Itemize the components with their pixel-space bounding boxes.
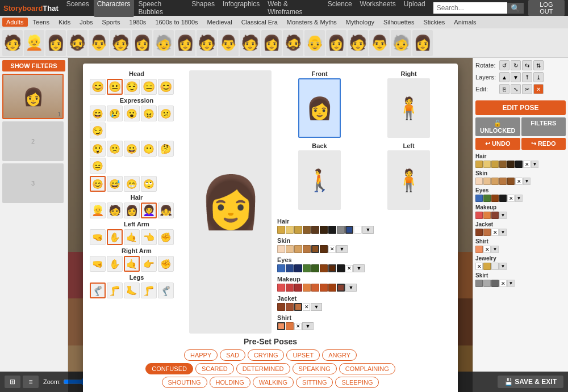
eyes-s6[interactable] [320,264,328,272]
rp-hair-s5[interactable] [507,161,515,168]
skin-s3[interactable] [294,245,302,253]
leg-2[interactable]: 🦵 [107,283,123,298]
makeup-dropdown[interactable]: ▼ [345,284,357,292]
rp-shirt-s1[interactable] [475,246,483,253]
pose-tag-happy[interactable]: HAPPY [184,349,218,361]
pose-tag-angry[interactable]: ANGRY [322,349,357,361]
expr-9[interactable]: 😀 [124,141,140,157]
jacket-x[interactable]: ✕ [303,304,310,311]
char-figure-9[interactable]: 👩 [175,30,195,56]
pose-tag-sad[interactable]: SAD [220,349,245,361]
pose-tag-determined[interactable]: DETERMINED [236,363,290,374]
char-figure-13[interactable]: 👩 [261,30,282,56]
hair-swatch-2[interactable] [286,226,294,234]
tab-animals[interactable]: Animals [450,18,480,27]
jacket-dropdown[interactable]: ▼ [311,303,322,311]
rp-hair-x[interactable]: ✕ [523,161,531,168]
save-exit-button[interactable]: 💾 SAVE & EXIT [498,376,563,388]
hair-dropdown[interactable]: ▼ [362,226,374,234]
char-figure-18[interactable]: 👨 [369,30,390,56]
makeup-s6[interactable] [320,284,328,292]
tab-1980s[interactable]: 1980s [125,18,150,27]
pose-tag-walking[interactable]: WALKING [253,377,294,388]
hair-4[interactable]: 👩‍🦱 [141,203,157,218]
makeup-s7[interactable] [328,284,336,292]
char-figure-16[interactable]: 👩 [326,30,346,56]
rp-skin-s3[interactable] [491,178,499,185]
makeup-s4[interactable] [303,284,311,292]
rp-skin-s1[interactable] [475,178,483,185]
expr-12[interactable]: 😑 [90,158,106,174]
layer-up-icon[interactable]: ▲ [499,72,509,82]
rp-skirt-s3[interactable] [491,280,499,287]
filters-button[interactable]: FILTERS [521,117,566,136]
expr-16[interactable]: 🙄 [141,176,157,192]
layer-front-icon[interactable]: ⤒ [522,72,532,82]
larm-5[interactable]: ✊ [158,229,174,245]
leg-5[interactable]: 🦿 [158,283,174,298]
search-button[interactable]: 🔍 [507,3,524,14]
back-pose-box[interactable]: 🚶 [298,150,341,210]
tab-medieval[interactable]: Medieval [203,18,236,27]
rp-skin-s4[interactable] [499,178,507,185]
tab-teens[interactable]: Teens [29,18,53,27]
tab-mythology[interactable]: Mythology [342,18,378,27]
cut-icon[interactable]: ✂ [522,84,532,94]
char-figure-8[interactable]: 🧓 [153,30,174,56]
leg-3[interactable]: 🦶 [124,283,140,298]
scene-panel-2[interactable]: 2 [2,121,64,161]
hair-2[interactable]: 🧑 [107,203,123,218]
skin-x[interactable]: ✕ [328,246,336,253]
tab-jobs[interactable]: Jobs [76,18,97,27]
head-part-4[interactable]: 😑 [141,79,157,95]
expr-3[interactable]: 😮 [124,106,140,121]
larm-2[interactable]: ✋ [107,229,123,245]
shirt-dropdown[interactable]: ▼ [302,322,314,330]
redo-button[interactable]: ↪ REDO [521,138,566,150]
left-pose-box[interactable]: 🧍 [387,150,430,210]
skin-s4[interactable] [303,245,311,253]
rp-jacket-dropdown[interactable]: ▼ [499,229,507,236]
rp-makeup-dropdown[interactable]: ▼ [499,212,507,219]
pose-tag-upset[interactable]: UPSET [286,349,320,361]
nav-science[interactable]: Science [324,0,356,17]
jacket-s1[interactable] [277,303,285,311]
expr-14[interactable]: 😅 [107,176,123,192]
rp-skin-s2[interactable] [483,178,491,185]
rp-hair-s3[interactable] [491,161,499,168]
char-figure-1[interactable]: 🧑 [2,30,23,56]
rp-jewelry-dropdown[interactable]: ▼ [499,263,507,270]
show-filters-button[interactable]: SHOW FILTERS [2,60,65,71]
char-figure-5[interactable]: 👨 [89,30,109,56]
shirt-x[interactable]: ✕ [294,323,302,330]
skin-dropdown[interactable]: ▼ [336,245,348,253]
hair-swatch-5[interactable] [311,226,319,234]
larm-1[interactable]: 🤜 [90,229,106,245]
copy-icon[interactable]: ⎘ [499,84,509,94]
rp-hair-s4[interactable] [499,161,507,168]
rp-skin-s5[interactable] [507,178,515,185]
rp-makeup-s2[interactable] [483,212,491,219]
scene-panel-1[interactable]: 👩 1 [2,74,64,119]
rarm-4[interactable]: 👉 [141,256,157,272]
eyes-s2[interactable] [286,264,294,272]
rp-skirt-s2[interactable] [483,280,491,287]
char-figure-2[interactable]: 👱 [24,30,44,56]
hair-swatch-3[interactable] [294,226,302,234]
char-figure-6[interactable]: 🧑 [110,30,131,56]
pose-tag-speaking[interactable]: SPEAKING [293,363,337,374]
right-pose-box[interactable]: 🧍 [387,78,430,138]
char-figure-20[interactable]: 👩 [412,30,433,56]
rp-eyes-s3[interactable] [491,195,499,202]
makeup-s2[interactable] [286,284,294,292]
char-figure-19[interactable]: 🧓 [391,30,411,56]
rp-shirt-dropdown[interactable]: ▼ [491,246,499,253]
makeup-s1[interactable] [277,284,285,292]
makeup-s8[interactable] [337,284,345,292]
rp-skirt-dropdown[interactable]: ▼ [507,280,515,287]
rp-hair-s6[interactable] [515,161,523,168]
pose-tag-shouting[interactable]: SHOUTING [162,377,207,388]
expr-2[interactable]: 😢 [107,106,123,121]
hair-5[interactable]: 👧 [158,203,174,218]
char-figure-14[interactable]: 🧔 [283,30,303,56]
